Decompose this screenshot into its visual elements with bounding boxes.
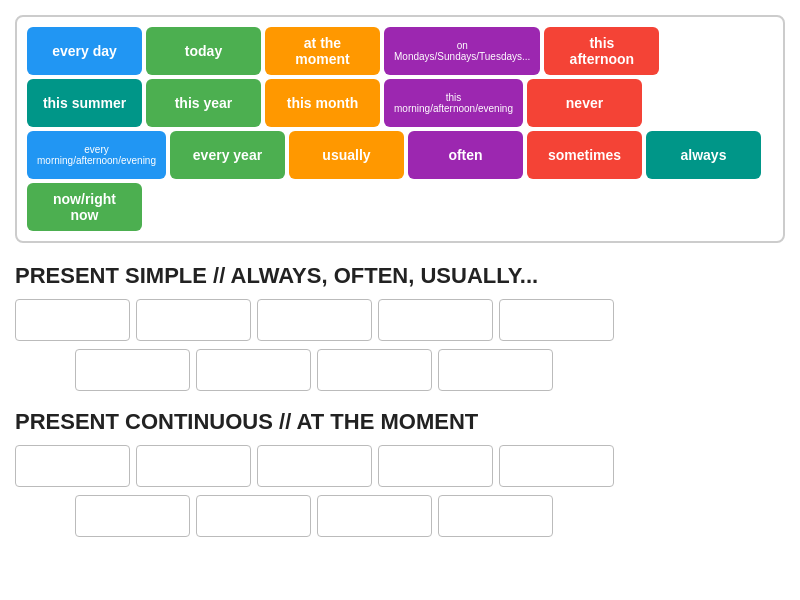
drop-box[interactable] <box>75 349 190 391</box>
drop-row-1-present-simple <box>15 299 785 341</box>
drop-row-1-present-continuous <box>15 445 785 487</box>
drop-box[interactable] <box>499 299 614 341</box>
drop-box[interactable] <box>317 495 432 537</box>
word-tile-every-day[interactable]: every day <box>27 27 142 75</box>
word-tile-often[interactable]: often <box>408 131 523 179</box>
word-tile-this-morning[interactable]: this morning/afternoon/evening <box>384 79 523 127</box>
word-tile-on-mondays[interactable]: on Mondays/Sundays/Tuesdays... <box>384 27 540 75</box>
word-bank: every daytodayat the momenton Mondays/Su… <box>15 15 785 243</box>
word-tile-every-morning[interactable]: every morning/afternoon/evening <box>27 131 166 179</box>
drop-box[interactable] <box>196 349 311 391</box>
drop-box[interactable] <box>378 445 493 487</box>
word-tile-this-summer[interactable]: this summer <box>27 79 142 127</box>
drop-box[interactable] <box>317 349 432 391</box>
section-title-present-continuous: PRESENT CONTINUOUS // AT THE MOMENT <box>15 409 785 435</box>
word-tile-sometimes[interactable]: sometimes <box>527 131 642 179</box>
word-tile-never[interactable]: never <box>527 79 642 127</box>
word-tile-every-year[interactable]: every year <box>170 131 285 179</box>
word-tile-now[interactable]: now/right now <box>27 183 142 231</box>
word-tile-usually[interactable]: usually <box>289 131 404 179</box>
word-tile-at-the-moment[interactable]: at the moment <box>265 27 380 75</box>
drop-box[interactable] <box>15 445 130 487</box>
drop-box[interactable] <box>378 299 493 341</box>
word-tile-always[interactable]: always <box>646 131 761 179</box>
section-present-simple: PRESENT SIMPLE // ALWAYS, OFTEN, USUALLY… <box>15 263 785 391</box>
drop-box[interactable] <box>257 445 372 487</box>
section-title-present-simple: PRESENT SIMPLE // ALWAYS, OFTEN, USUALLY… <box>15 263 785 289</box>
drop-box[interactable] <box>257 299 372 341</box>
drop-box[interactable] <box>136 445 251 487</box>
sections-container: PRESENT SIMPLE // ALWAYS, OFTEN, USUALLY… <box>15 263 785 537</box>
drop-box[interactable] <box>75 495 190 537</box>
drop-box[interactable] <box>136 299 251 341</box>
drop-box[interactable] <box>499 445 614 487</box>
drop-box[interactable] <box>15 299 130 341</box>
word-tile-this-year[interactable]: this year <box>146 79 261 127</box>
word-tile-this-afternoon[interactable]: this afternoon <box>544 27 659 75</box>
word-tile-this-month[interactable]: this month <box>265 79 380 127</box>
drop-box[interactable] <box>438 495 553 537</box>
drop-box[interactable] <box>196 495 311 537</box>
drop-row-2-present-simple <box>15 349 785 391</box>
word-tile-today[interactable]: today <box>146 27 261 75</box>
section-present-continuous: PRESENT CONTINUOUS // AT THE MOMENT <box>15 409 785 537</box>
drop-box[interactable] <box>438 349 553 391</box>
drop-row-2-present-continuous <box>15 495 785 537</box>
